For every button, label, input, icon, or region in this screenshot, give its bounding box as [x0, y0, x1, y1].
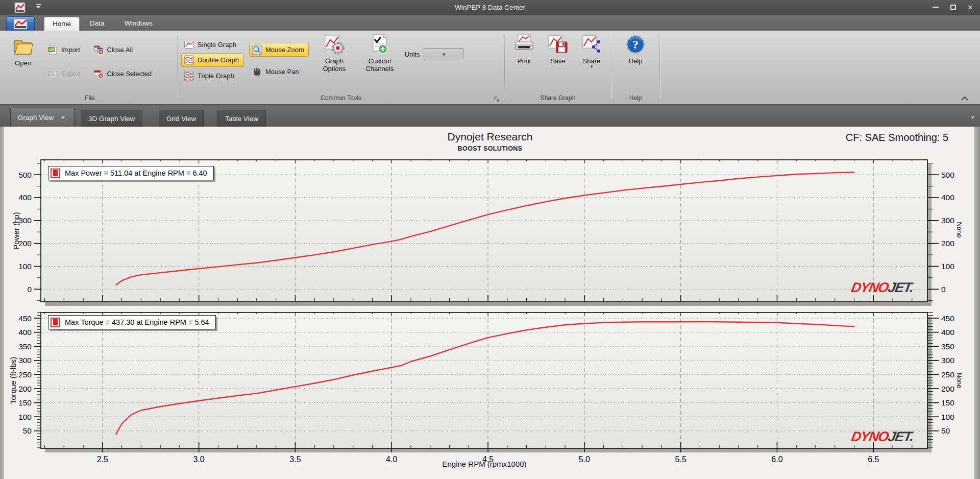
minimize-button[interactable]	[927, 0, 944, 14]
ribbon-group-common-tools: Single Graph Double Graph	[180, 32, 502, 104]
svg-text:200: 200	[18, 239, 32, 248]
x-axis-title: Engine RPM (rpmx1000)	[0, 460, 969, 468]
svg-text:200: 200	[941, 239, 954, 248]
double-graph-label: Double Graph	[198, 56, 239, 64]
ribbon: Open CSV Import CSV	[0, 31, 980, 105]
dynojet-watermark: DYNOJET.	[850, 280, 914, 296]
svg-text:500: 500	[941, 171, 954, 179]
help-button[interactable]: ? Help	[620, 34, 651, 65]
units-label: Units	[405, 51, 420, 58]
graph-options-button[interactable]: Graph Options	[315, 34, 353, 73]
export-label: Export	[61, 70, 81, 78]
ribbon-tab-home[interactable]: Home	[44, 17, 80, 31]
magnifier-icon	[252, 44, 262, 55]
mouse-pan-button[interactable]: Mouse Pan	[249, 65, 304, 79]
svg-text:100: 100	[941, 413, 954, 421]
window-edge-left	[0, 127, 4, 479]
ribbon-tab-windows[interactable]: Windows	[116, 17, 161, 31]
window-title: WinPEP 8 Data Center	[0, 0, 980, 15]
tab-3d-graph-view-label: 3D Graph View	[88, 115, 135, 123]
mouse-zoom-label: Mouse Zoom	[265, 46, 304, 54]
tab-graph-view[interactable]: Graph View ✕	[10, 108, 75, 127]
triple-graph-button[interactable]: Triple Graph	[181, 69, 239, 83]
mouse-pan-label: Mouse Pan	[265, 68, 299, 76]
svg-text:100: 100	[18, 413, 32, 421]
export-button[interactable]: CSV Export	[45, 67, 85, 81]
close-selected-icon	[93, 68, 104, 79]
svg-text:CSV: CSV	[48, 48, 55, 51]
power-axis-title: Power (hp)	[12, 212, 20, 249]
single-graph-label: Single Graph	[198, 41, 236, 49]
right-axis-title-power: None	[955, 222, 963, 237]
share-graph-group-label: Share Graph	[507, 94, 608, 104]
svg-text:250: 250	[18, 370, 32, 379]
svg-text:450: 450	[941, 314, 954, 323]
tab-grid-view[interactable]: Grid View	[159, 110, 204, 127]
ribbon-group-share-graph: Print Save	[507, 32, 608, 104]
double-graph-button[interactable]: Double Graph	[181, 53, 243, 67]
close-tab-icon[interactable]: ✕	[59, 113, 67, 122]
ribbon-tab-row: Home Data Windows	[0, 15, 980, 31]
svg-text:350: 350	[18, 342, 32, 351]
close-selected-button[interactable]: Close Selected	[91, 67, 156, 81]
window-edge-right	[974, 127, 980, 479]
svg-text:200: 200	[18, 385, 32, 393]
save-label: Save	[550, 57, 566, 65]
ribbon-group-file: Open CSV Import CSV	[5, 32, 175, 104]
help-icon: ?	[625, 34, 646, 55]
svg-text:350: 350	[941, 342, 954, 351]
ribbon-tab-data[interactable]: Data	[82, 17, 113, 31]
triple-graph-icon	[184, 70, 194, 81]
tab-overflow-icon[interactable]: ▼	[970, 115, 975, 120]
print-button[interactable]: Print	[508, 34, 540, 65]
tab-table-view[interactable]: Table View	[217, 110, 266, 127]
torque-legend-text: Max Torque = 437.30 at Engine RPM = 5.64	[65, 318, 209, 326]
tab-graph-view-label: Graph View	[18, 114, 54, 122]
svg-text:400: 400	[941, 328, 954, 337]
maximize-button[interactable]	[944, 0, 962, 14]
double-graph-icon	[184, 55, 194, 65]
custom-channels-label: Custom Channels	[365, 57, 395, 73]
titlebar: WinPEP 8 Data Center ✕	[0, 0, 980, 15]
mouse-zoom-button[interactable]: Mouse Zoom	[249, 43, 309, 57]
collapse-ribbon-icon[interactable]	[961, 96, 969, 101]
svg-text:100: 100	[941, 262, 954, 271]
torque-series-swatch	[51, 318, 60, 327]
svg-text:150: 150	[941, 398, 954, 407]
power-series-swatch	[51, 169, 60, 178]
graph-options-label: Graph Options	[321, 57, 348, 73]
svg-text:300: 300	[18, 216, 32, 225]
power-legend[interactable]: Max Power = 511.04 at Engine RPM = 6.40	[48, 166, 214, 180]
import-button[interactable]: CSV Import	[45, 43, 85, 57]
right-axis-title-torque: None	[955, 372, 963, 388]
svg-text:300: 300	[941, 356, 954, 365]
close-selected-label: Close Selected	[107, 70, 152, 78]
share-button[interactable]: Share ▾	[576, 34, 607, 68]
custom-channels-icon	[369, 34, 390, 55]
svg-text:400: 400	[941, 193, 954, 202]
units-dropdown[interactable]: ▾	[424, 48, 463, 60]
common-tools-dialog-launcher-icon[interactable]	[494, 96, 500, 102]
svg-text:100: 100	[18, 262, 32, 271]
svg-text:150: 150	[18, 398, 32, 407]
custom-channels-button[interactable]: Custom Channels	[361, 34, 399, 73]
save-button[interactable]: Save	[542, 34, 574, 65]
group-divider	[659, 36, 660, 99]
close-all-button[interactable]: Close All	[91, 43, 138, 57]
close-all-icon	[93, 44, 104, 55]
hand-pan-icon	[252, 66, 262, 77]
svg-text:50: 50	[23, 426, 32, 435]
torque-legend[interactable]: Max Torque = 437.30 at Engine RPM = 5.64	[48, 315, 216, 329]
application-menu-button[interactable]	[6, 16, 35, 32]
single-graph-button[interactable]: Single Graph	[181, 38, 241, 52]
open-folder-icon	[12, 36, 34, 57]
export-csv-icon: CSV	[47, 68, 58, 79]
open-button[interactable]: Open	[6, 36, 40, 67]
tab-3d-graph-view[interactable]: 3D Graph View	[81, 110, 142, 127]
svg-text:50: 50	[941, 426, 950, 435]
close-window-button[interactable]: ✕	[962, 0, 979, 14]
svg-text:300: 300	[18, 356, 32, 365]
group-divider	[177, 36, 178, 99]
tab-grid-view-label: Grid View	[166, 115, 196, 123]
svg-text:250: 250	[941, 370, 954, 379]
